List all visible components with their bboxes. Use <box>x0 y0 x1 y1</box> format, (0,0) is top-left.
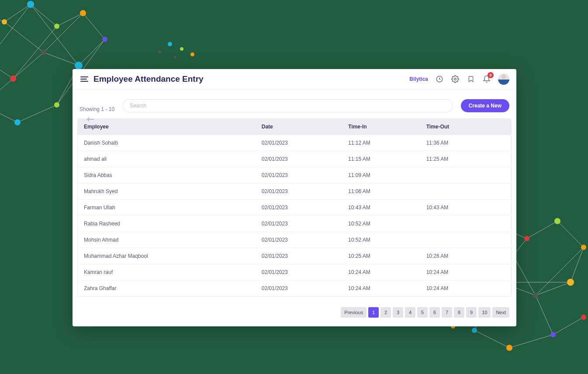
table-row[interactable]: ahmad ali02/01/202311:15 AM11:25 AM <box>78 151 511 167</box>
cell-time-out <box>420 232 511 248</box>
cell-time-in: 10:43 AM <box>342 200 420 215</box>
cell-date: 02/01/2023 <box>256 264 342 280</box>
table-row[interactable]: Sidra Abbas02/01/202311:09 AM <box>78 167 511 183</box>
svg-point-3 <box>54 24 59 29</box>
col-header-time-in[interactable]: Time-In <box>342 119 420 135</box>
svg-point-10 <box>54 102 59 107</box>
decorative-dot <box>168 42 172 46</box>
avatar[interactable] <box>498 73 509 85</box>
table-row[interactable]: Mohsin Ahmad02/01/202310:52 AM <box>78 232 511 248</box>
pagination-next[interactable]: Next <box>492 307 509 318</box>
cell-date: 02/01/2023 <box>256 200 342 215</box>
col-header-employee[interactable]: Employee <box>78 119 256 135</box>
table-row[interactable]: Farman Ullah02/01/202310:43 AM10:43 AM <box>78 199 511 215</box>
cell-employee: Sidra Abbas <box>78 167 256 183</box>
notifications-badge: 0 <box>488 72 494 78</box>
back-button[interactable] <box>86 116 94 124</box>
cell-employee: Danish Sohaib <box>78 135 256 151</box>
cell-date: 02/01/2023 <box>256 135 342 151</box>
brand-link[interactable]: Bilytica <box>409 76 428 82</box>
table-row[interactable]: Kamran rauf02/01/202310:24 AM10:24 AM <box>78 264 511 280</box>
svg-point-15 <box>524 236 529 241</box>
cell-time-in: 11:15 AM <box>342 151 420 167</box>
pagination-page-4[interactable]: 4 <box>405 307 415 318</box>
cell-time-in: 10:52 AM <box>342 232 420 248</box>
cell-date: 02/01/2023 <box>256 184 342 199</box>
cell-employee: Mohsin Ahmad <box>78 232 256 248</box>
cell-time-out: 10:24 AM <box>420 280 511 296</box>
clock-icon <box>436 75 443 83</box>
pagination-page-9[interactable]: 9 <box>466 307 477 318</box>
cell-employee: Zahra Ghaffar <box>78 280 256 296</box>
cell-date: 02/01/2023 <box>256 151 342 167</box>
cell-time-out <box>420 216 511 232</box>
pagination-previous[interactable]: Previous <box>341 307 367 318</box>
cell-time-out <box>420 167 511 183</box>
cell-time-out <box>420 184 511 199</box>
svg-point-24 <box>506 345 512 351</box>
cell-employee: Farman Ullah <box>78 200 256 215</box>
search-input[interactable] <box>122 99 453 112</box>
pagination-page-6[interactable]: 6 <box>429 307 440 318</box>
bookmark-icon <box>467 75 474 83</box>
cell-time-in: 11:06 AM <box>342 184 420 199</box>
cell-date: 02/01/2023 <box>256 248 342 264</box>
clock-button[interactable] <box>435 75 444 83</box>
notifications-button[interactable]: 0 <box>482 75 491 83</box>
svg-point-16 <box>554 218 560 224</box>
table-row[interactable]: Zahra Ghaffar02/01/202310:24 AM10:24 AM <box>78 280 511 296</box>
svg-point-1 <box>2 19 7 24</box>
svg-point-4 <box>80 10 86 16</box>
cell-time-in: 10:52 AM <box>342 216 420 232</box>
col-header-date[interactable]: Date <box>256 119 342 135</box>
page-title: Employee Attendance Entry <box>93 74 204 84</box>
pagination-page-2[interactable]: 2 <box>380 307 391 318</box>
cell-time-out: 10:24 AM <box>420 264 511 280</box>
pagination-page-3[interactable]: 3 <box>393 307 403 318</box>
settings-button[interactable] <box>451 75 460 83</box>
bookmark-button[interactable] <box>467 75 475 83</box>
cell-employee: Kamran rauf <box>78 264 256 280</box>
table-row[interactable]: Mahrukh Syed02/01/202311:06 AM <box>78 183 511 199</box>
cell-date: 02/01/2023 <box>256 280 342 296</box>
cell-time-out: 11:36 AM <box>420 135 511 151</box>
svg-point-17 <box>581 245 586 250</box>
pagination-page-7[interactable]: 7 <box>442 307 452 318</box>
table-row[interactable]: Danish Sohaib02/01/202311:12 AM11:36 AM <box>78 135 511 151</box>
menu-button[interactable] <box>80 74 89 84</box>
svg-point-19 <box>533 293 538 298</box>
cell-employee: ahmad ali <box>78 151 256 167</box>
svg-point-18 <box>567 279 574 286</box>
col-header-time-out[interactable]: Time-Out <box>420 119 511 135</box>
cell-date: 02/01/2023 <box>256 232 342 248</box>
svg-point-11 <box>14 119 21 125</box>
table-header: Employee Date Time-In Time-Out <box>78 119 511 135</box>
create-new-button[interactable]: Create a New <box>461 99 509 112</box>
cell-employee: Mahrukh Syed <box>78 184 256 199</box>
pagination-page-8[interactable]: 8 <box>454 307 464 318</box>
cell-time-out: 11:25 AM <box>420 151 511 167</box>
pagination-page-5[interactable]: 5 <box>417 307 428 318</box>
svg-point-6 <box>75 62 83 69</box>
cell-date: 02/01/2023 <box>256 167 342 183</box>
svg-point-5 <box>102 37 107 42</box>
decorative-dot <box>158 50 161 53</box>
svg-point-23 <box>550 332 556 337</box>
pagination-page-1[interactable]: 1 <box>368 307 379 318</box>
table-row[interactable]: Rabia Rasheed02/01/202310:52 AM <box>78 215 511 232</box>
pagination-page-10[interactable]: 10 <box>478 307 491 318</box>
toolbar: Showing 1 - 10 Create a New <box>73 90 516 118</box>
app-header: Employee Attendance Entry Bilytica 0 <box>73 69 516 90</box>
gear-icon <box>451 75 459 83</box>
table-row[interactable]: Muhammad Azhar Maqbool02/01/202310:25 AM… <box>78 248 511 264</box>
svg-point-8 <box>10 76 16 82</box>
cell-time-in: 11:12 AM <box>342 135 420 151</box>
cell-time-in: 11:09 AM <box>342 167 420 183</box>
attendance-table: Employee Date Time-In Time-Out Danish So… <box>77 118 512 297</box>
svg-point-7 <box>41 50 46 55</box>
cell-time-out: 10:26 AM <box>420 248 511 264</box>
pagination: Previous12345678910Next <box>73 304 516 326</box>
app-panel: Employee Attendance Entry Bilytica 0 <box>73 69 516 326</box>
cell-time-out: 10:43 AM <box>420 200 511 215</box>
cell-time-in: 10:24 AM <box>342 280 420 296</box>
